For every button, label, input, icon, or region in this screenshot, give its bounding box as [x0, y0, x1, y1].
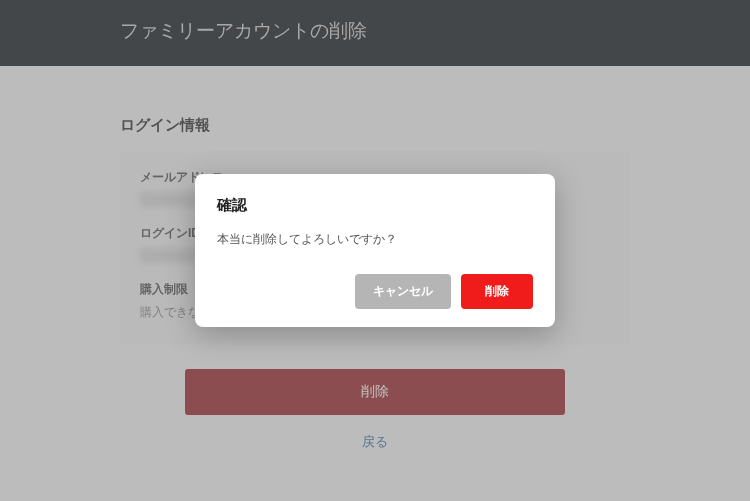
modal-actions: キャンセル 削除 [217, 274, 533, 309]
modal-overlay[interactable]: 確認 本当に削除してよろしいですか？ キャンセル 削除 [0, 0, 750, 501]
confirm-modal: 確認 本当に削除してよろしいですか？ キャンセル 削除 [195, 174, 555, 327]
modal-title: 確認 [217, 196, 533, 215]
cancel-button[interactable]: キャンセル [355, 274, 451, 309]
modal-message: 本当に削除してよろしいですか？ [217, 231, 533, 248]
confirm-delete-button[interactable]: 削除 [461, 274, 533, 309]
